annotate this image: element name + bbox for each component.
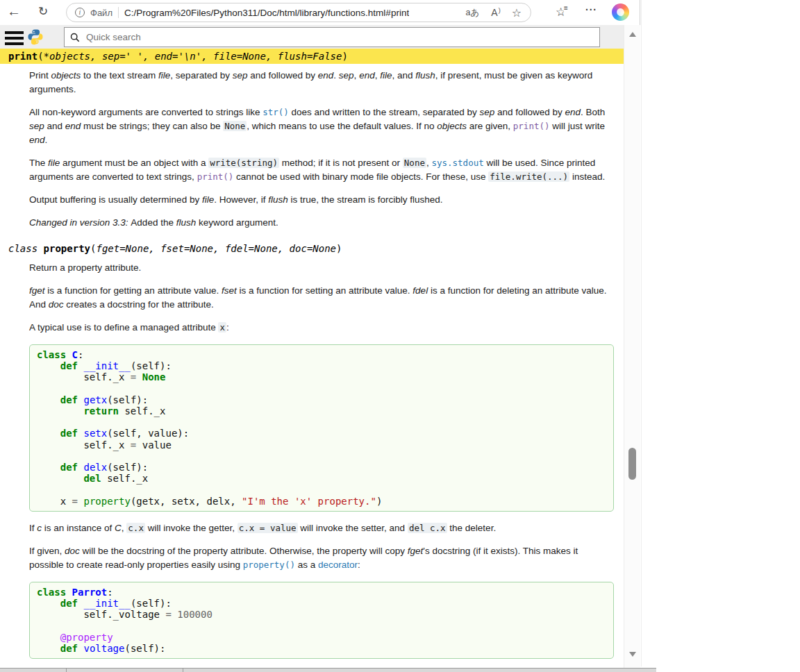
code-token: (self): xyxy=(107,394,148,405)
code-token: : xyxy=(107,587,112,598)
quick-search-box xyxy=(64,27,600,47)
inline-code: c.x xyxy=(126,523,145,533)
code-line: self._x = None xyxy=(37,371,606,383)
inline-sig-p: ) xyxy=(336,243,342,254)
text-run: If xyxy=(29,523,37,533)
code-token: C xyxy=(72,349,78,360)
code-token: def xyxy=(60,428,78,439)
address-bar-actions: aあ A) ☆ xyxy=(466,6,522,19)
browser-window: ← ↻ i Файл C:/Program%20Files/Python311/… xyxy=(0,0,640,668)
code-line xyxy=(37,383,606,394)
text-run: does and written to the stream, separate… xyxy=(289,107,480,117)
inline-em: end xyxy=(29,135,45,145)
paragraph: The file argument must be an object with… xyxy=(29,156,614,184)
code-token: (self): xyxy=(131,598,172,609)
text-run: . xyxy=(45,135,48,145)
text-run: as a xyxy=(295,560,318,570)
quick-search-input[interactable] xyxy=(85,31,594,43)
vertical-scrollbar[interactable] xyxy=(624,25,640,668)
inline-em: file xyxy=(202,194,214,205)
code-token: : xyxy=(78,349,83,360)
inline-link[interactable]: str() xyxy=(262,107,289,117)
code-block-class-C: class C: def __init__(self): self._x = N… xyxy=(29,344,614,512)
inline-em: c xyxy=(37,523,42,533)
code-line: @property xyxy=(37,632,606,643)
text-run: will just write xyxy=(550,121,606,131)
text-run: and followed by xyxy=(494,107,565,117)
text-run: All non-keyword arguments are converted … xyxy=(29,107,262,117)
paragraph: Print objects to the text stream file, s… xyxy=(29,69,614,96)
favorites-bar-icon[interactable]: ☆≡ xyxy=(556,5,566,19)
code-token: None xyxy=(142,371,166,383)
code-line: def voltage(self): xyxy=(37,643,606,654)
inline-link[interactable]: sys.stdout xyxy=(431,158,483,168)
code-line: return self._x xyxy=(37,405,606,417)
code-line: self._voltage = 100000 xyxy=(37,609,606,620)
scroll-up-arrow-icon[interactable] xyxy=(629,32,636,37)
text-run: If given, xyxy=(29,546,65,556)
text-run: , and xyxy=(392,70,415,81)
text-run: instead. xyxy=(569,171,605,182)
text-run: Added the xyxy=(131,217,176,228)
divider xyxy=(66,669,67,672)
scroll-down-arrow-icon[interactable] xyxy=(629,652,636,657)
translate-icon[interactable]: aあ xyxy=(466,7,480,19)
print-description: Print objects to the text stream file, s… xyxy=(29,69,614,230)
paragraph: fget is a function for getting an attrib… xyxy=(29,284,614,312)
code-line: def delx(self): xyxy=(37,462,606,473)
inline-link[interactable]: property() xyxy=(243,560,295,570)
text-run: The xyxy=(29,158,48,168)
copilot-icon[interactable] xyxy=(612,3,629,21)
python-logo-icon[interactable] xyxy=(27,28,44,45)
inline-em: file xyxy=(158,70,170,81)
text-run: . However, if xyxy=(214,194,268,205)
inline-link[interactable]: print() xyxy=(513,121,550,131)
code-token: x xyxy=(37,496,72,507)
code-token xyxy=(136,371,142,383)
url-text[interactable]: C:/Program%20Files/Python311/Doc/html/li… xyxy=(124,8,409,18)
read-aloud-letter: A xyxy=(491,7,497,18)
inline-em: flush xyxy=(268,194,288,205)
text-run: are given, xyxy=(467,121,513,131)
code-token: getx xyxy=(83,394,107,405)
text-run: will be the docstring of the property at… xyxy=(80,546,408,556)
code-line: def setx(self, value): xyxy=(37,428,606,439)
inline-link[interactable]: print() xyxy=(197,171,234,182)
code-token xyxy=(37,598,60,609)
code-line: self._x = value xyxy=(37,439,606,451)
window-edge-line xyxy=(641,0,642,666)
inline-em: fset xyxy=(222,285,237,296)
inline-em: fget xyxy=(29,285,45,296)
code-line xyxy=(37,451,606,462)
text-run: is an instance of xyxy=(42,523,115,533)
inline-em: doc xyxy=(65,546,80,556)
paragraph: Return a property attribute. xyxy=(29,261,614,275)
code-line: class Parrot: xyxy=(37,587,606,598)
site-info-icon[interactable]: i xyxy=(75,8,85,17)
inline-sig-param: *objects, sep=' ', end='\n', file=None, … xyxy=(44,51,342,62)
reload-icon[interactable]: ↻ xyxy=(38,4,48,19)
code-token xyxy=(37,462,60,473)
code-token xyxy=(37,394,60,405)
favorite-star-icon[interactable]: ☆ xyxy=(512,6,522,19)
inline-sig-name: print xyxy=(8,51,38,62)
code-token xyxy=(37,360,60,371)
inline-em: fdel xyxy=(412,285,428,296)
read-aloud-icon[interactable]: A) xyxy=(491,7,499,18)
code-line xyxy=(37,484,606,495)
back-icon[interactable]: ← xyxy=(7,3,21,19)
code-token: return xyxy=(83,405,119,417)
inline-link[interactable]: decorator xyxy=(318,560,358,570)
background-window-strip xyxy=(0,668,656,672)
menu-hamburger-icon[interactable] xyxy=(5,31,24,48)
inline-em: end xyxy=(65,121,81,131)
more-options-icon[interactable]: ··· xyxy=(585,4,597,15)
inline-em: end xyxy=(318,70,334,81)
scrollbar-thumb[interactable] xyxy=(628,448,636,480)
code-line: def __init__(self): xyxy=(37,360,606,371)
address-bar[interactable]: i Файл C:/Program%20Files/Python311/Doc/… xyxy=(66,3,531,22)
paragraph: A typical use is to define a managed att… xyxy=(29,321,614,335)
read-aloud-wave: ) xyxy=(499,7,501,14)
code-token: self._x xyxy=(119,405,165,417)
inline-em: sep xyxy=(29,121,44,131)
